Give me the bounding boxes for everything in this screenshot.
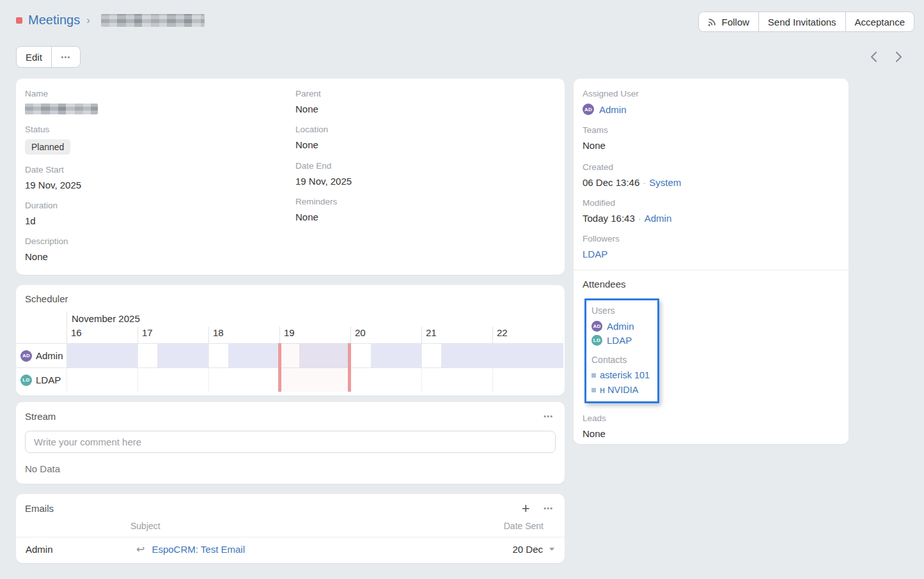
field-label: Leads bbox=[583, 413, 840, 423]
overview-left-column: Name Status Planned Date Start 19 Nov, 2… bbox=[25, 89, 290, 272]
header-actions: Follow Send Invitations Acceptance bbox=[698, 12, 915, 32]
follow-button-label: Follow bbox=[722, 17, 749, 27]
acceptance-status-square-icon bbox=[591, 373, 596, 378]
scheduler-row-ldap: LD LDAP bbox=[16, 367, 563, 392]
stream-no-data-label: No Data bbox=[16, 453, 565, 484]
assigned-user-link[interactable]: Admin bbox=[599, 104, 627, 115]
divider bbox=[574, 270, 849, 270]
field-followers: Followers LDAP bbox=[583, 234, 840, 259]
field-value: 19 Nov, 2025 bbox=[295, 176, 556, 187]
field-label: Status bbox=[25, 125, 290, 134]
field-label: Date End bbox=[295, 161, 556, 171]
scheduler-timeline[interactable] bbox=[67, 368, 563, 392]
follow-button[interactable]: Follow bbox=[698, 12, 759, 32]
email-subject-link[interactable]: EspoCRM: Test Email bbox=[152, 544, 245, 555]
dot-separator: · bbox=[643, 177, 646, 188]
field-label: Description bbox=[25, 236, 290, 246]
emails-menu-ellipsis-icon[interactable]: ⋯ bbox=[544, 504, 554, 513]
chevron-separator-icon: › bbox=[86, 14, 91, 27]
attendee-contact-link[interactable]: н NVIDIA bbox=[600, 385, 638, 395]
field-label: Created bbox=[583, 162, 840, 172]
field-value: None bbox=[295, 212, 556, 222]
avatar: AD bbox=[591, 321, 602, 332]
field-value: None bbox=[25, 251, 290, 262]
chevron-right-icon[interactable] bbox=[894, 51, 904, 63]
entity-color-icon bbox=[16, 17, 22, 24]
modified-by-link[interactable]: Admin bbox=[645, 213, 672, 224]
scheduler-day-label: 18 bbox=[208, 327, 279, 343]
status-badge: Planned bbox=[25, 139, 70, 155]
field-label: Assigned User bbox=[583, 89, 840, 98]
edit-button[interactable]: Edit bbox=[16, 46, 52, 68]
replied-status-icon: ↩ bbox=[136, 544, 145, 555]
scheduler-panel: Scheduler November 2025 16 17 18 19 20 2… bbox=[16, 285, 565, 396]
field-label: Teams bbox=[583, 125, 840, 135]
field-label: Reminders bbox=[295, 197, 556, 206]
scheduler-row-label: AD Admin bbox=[16, 344, 67, 367]
field-date-start: Date Start 19 Nov, 2025 bbox=[25, 165, 290, 190]
attendee-user: AD Admin bbox=[591, 321, 652, 332]
main-column: Name Status Planned Date Start 19 Nov, 2… bbox=[16, 79, 565, 563]
attendee-contact-link[interactable]: asterisk 101 bbox=[600, 370, 650, 380]
overview-right-column: Parent None Location None Date End 19 No… bbox=[290, 89, 556, 272]
avatar: LD bbox=[20, 374, 32, 386]
scheduler-busy-layer-admin bbox=[67, 344, 563, 367]
row-actions-caret-icon[interactable] bbox=[549, 548, 554, 551]
record-pager bbox=[869, 51, 904, 63]
field-duration: Duration 1d bbox=[25, 201, 290, 226]
field-modified: Modified Today 16:43·Admin bbox=[583, 198, 840, 224]
emails-panel-title: Emails bbox=[25, 503, 54, 514]
send-invitations-button[interactable]: Send Invitations bbox=[758, 12, 846, 32]
field-assigned-user: Assigned User AD Admin bbox=[583, 89, 840, 115]
attendees-highlight-box: Users AD Admin LD LDAP Contacts asterisk… bbox=[584, 298, 659, 403]
emails-date-sent-column-header: Date Sent bbox=[504, 521, 544, 531]
scheduler-month-label: November 2025 bbox=[67, 311, 563, 327]
comment-input[interactable] bbox=[25, 431, 556, 453]
emails-subject-column-header: Subject bbox=[130, 521, 161, 531]
created-by-link[interactable]: System bbox=[649, 177, 681, 188]
contacts-label: Contacts bbox=[591, 355, 652, 365]
side-panel: Assigned User AD Admin Teams None Create… bbox=[574, 79, 849, 444]
acceptance-status-square-icon bbox=[591, 388, 596, 392]
field-label: Followers bbox=[583, 234, 840, 243]
scheduler-row-admin: AD Admin bbox=[16, 343, 563, 367]
stream-menu-ellipsis-icon[interactable]: ⋯ bbox=[544, 412, 554, 421]
created-datetime: 06 Dec 13:46 bbox=[583, 177, 639, 188]
attendee-user: LD LDAP bbox=[591, 335, 652, 346]
modified-datetime: Today 16:43 bbox=[583, 213, 635, 224]
attendee-user-link[interactable]: LDAP bbox=[607, 335, 632, 346]
chevron-left-icon[interactable] bbox=[869, 51, 879, 63]
field-reminders: Reminders None bbox=[295, 197, 556, 222]
field-leads: Leads None bbox=[583, 413, 840, 439]
avatar: LD bbox=[591, 335, 602, 346]
breadcrumb: Meetings › bbox=[16, 12, 205, 27]
compose-email-plus-icon[interactable]: + bbox=[522, 504, 530, 513]
busy-time-block bbox=[67, 344, 137, 367]
dot-separator: · bbox=[638, 213, 641, 224]
field-created: Created 06 Dec 13:46·System bbox=[583, 162, 840, 188]
edit-button-group: Edit ⋯ bbox=[16, 46, 81, 68]
scheduler-month-row: November 2025 bbox=[16, 311, 563, 327]
email-date-sent: 20 Dec bbox=[512, 544, 543, 555]
busy-time-block bbox=[371, 344, 421, 367]
scheduler-row-label: LD LDAP bbox=[16, 368, 67, 392]
overview-panel: Name Status Planned Date Start 19 Nov, 2… bbox=[16, 79, 565, 275]
field-value: None bbox=[295, 104, 556, 114]
breadcrumb-meetings-link[interactable]: Meetings bbox=[28, 13, 80, 27]
scheduler-day-label: 21 bbox=[421, 327, 492, 343]
emails-header-row: Subject Date Sent bbox=[16, 514, 565, 537]
field-description: Description None bbox=[25, 236, 290, 262]
field-value: 1d bbox=[25, 215, 290, 226]
field-status: Status Planned bbox=[25, 125, 290, 155]
field-label: Name bbox=[25, 89, 290, 98]
busy-time-block bbox=[228, 344, 279, 367]
field-label: Modified bbox=[583, 198, 840, 208]
attendee-user-link[interactable]: Admin bbox=[607, 321, 634, 332]
scheduler-timeline[interactable] bbox=[67, 344, 563, 367]
acceptance-button[interactable]: Acceptance bbox=[845, 12, 914, 32]
field-value: None bbox=[583, 428, 840, 439]
field-value: None bbox=[583, 140, 840, 151]
follower-link[interactable]: LDAP bbox=[583, 249, 607, 259]
more-actions-button[interactable]: ⋯ bbox=[51, 46, 81, 68]
field-label: Date Start bbox=[25, 165, 290, 174]
